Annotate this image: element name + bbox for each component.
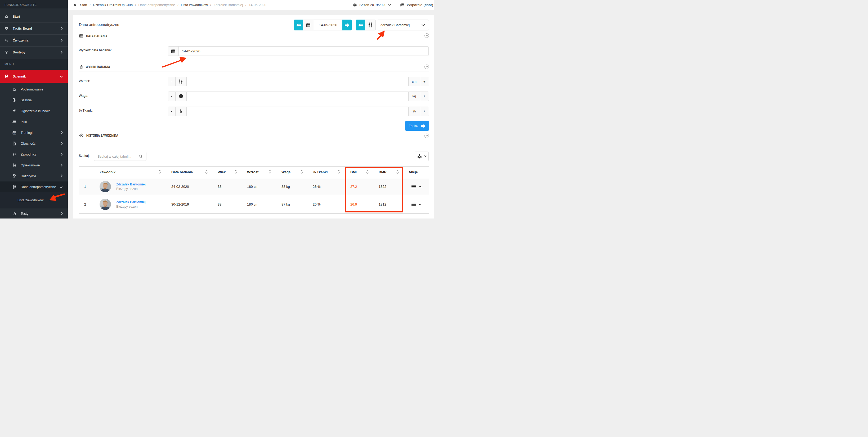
svg-text:31: 31 [13,133,15,134]
